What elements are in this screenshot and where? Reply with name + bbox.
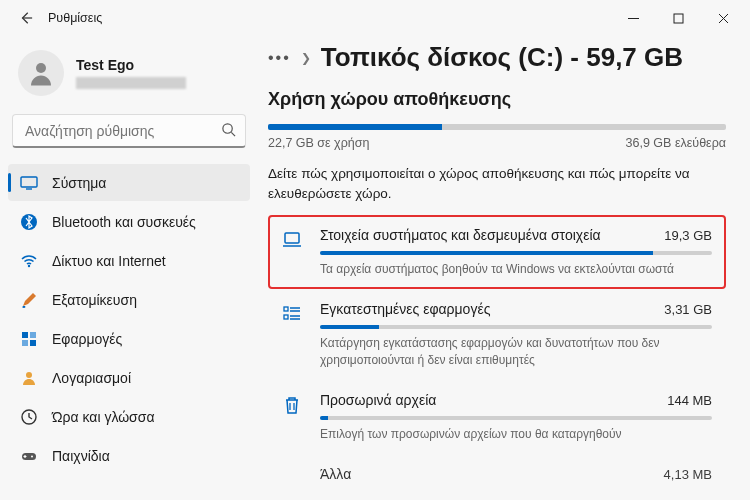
svg-rect-3 [21, 177, 37, 187]
category-fill [320, 416, 328, 420]
svg-rect-16 [284, 315, 288, 319]
person-icon [20, 369, 38, 387]
search-box [12, 114, 246, 148]
svg-rect-15 [284, 307, 288, 311]
sidebar-item-label: Εξατομίκευση [52, 292, 137, 308]
brush-icon [20, 291, 38, 309]
question-icon [278, 466, 306, 482]
section-title: Χρήση χώρου αποθήκευσης [268, 89, 726, 110]
category-title: Στοιχεία συστήματος και δεσμευμένα στοιχ… [320, 227, 601, 243]
gamepad-icon [20, 447, 38, 465]
category-size: 144 MB [667, 393, 712, 408]
content: Test Ego Σύστημα Bluetooth και συσκευές … [0, 36, 750, 500]
sidebar-item-time-language[interactable]: Ώρα και γλώσσα [8, 398, 250, 435]
category-size: 3,31 GB [664, 302, 712, 317]
category-system-reserved[interactable]: Στοιχεία συστήματος και δεσμευμένα στοιχ… [268, 215, 726, 289]
profile-name: Test Ego [76, 57, 186, 73]
sidebar-item-label: Bluetooth και συσκευές [52, 214, 196, 230]
category-fill [320, 251, 653, 255]
profile-email-redacted [76, 77, 186, 89]
laptop-icon [278, 227, 306, 277]
back-button[interactable] [14, 11, 38, 25]
sidebar-item-accounts[interactable]: Λογαριασμοί [8, 359, 250, 396]
sidebar-item-gaming[interactable]: Παιχνίδια [8, 437, 250, 474]
sidebar-nav: Σύστημα Bluetooth και συσκευές Δίκτυο κα… [8, 164, 250, 474]
category-temp-files[interactable]: Προσωρινά αρχεία 144 MB Επιλογή των προσ… [268, 380, 726, 454]
sidebar: Test Ego Σύστημα Bluetooth και συσκευές … [0, 36, 258, 500]
clock-icon [20, 408, 38, 426]
used-label: 22,7 GB σε χρήση [268, 136, 369, 150]
page-title: Τοπικός δίσκος (C:) - 59,7 GB [321, 42, 683, 73]
apps-icon [20, 330, 38, 348]
close-button[interactable] [701, 3, 746, 33]
category-subtitle: Επιλογή των προσωρινών αρχείων που θα κα… [320, 426, 712, 442]
trash-icon [278, 392, 306, 442]
storage-categories: Στοιχεία συστήματος και δεσμευμένα στοιχ… [268, 215, 726, 494]
avatar [18, 50, 64, 96]
category-title: Προσωρινά αρχεία [320, 392, 436, 408]
svg-rect-8 [22, 340, 28, 346]
category-subtitle: Τα αρχεία συστήματος βοηθούν τα Windows … [320, 261, 712, 277]
bluetooth-icon [20, 213, 38, 231]
profile-block[interactable]: Test Ego [8, 42, 250, 110]
category-title: Άλλα [320, 466, 351, 482]
category-installed-apps[interactable]: Εγκατεστημένες εφαρμογές 3,31 GB Κατάργη… [268, 289, 726, 379]
category-other[interactable]: Άλλα 4,13 MB [268, 454, 726, 494]
sidebar-item-personalization[interactable]: Εξατομίκευση [8, 281, 250, 318]
system-icon [20, 174, 38, 192]
window-title: Ρυθμίσεις [48, 11, 611, 25]
minimize-button[interactable] [611, 3, 656, 33]
svg-rect-7 [30, 332, 36, 338]
titlebar: Ρυθμίσεις [0, 0, 750, 36]
sidebar-item-bluetooth[interactable]: Bluetooth και συσκευές [8, 203, 250, 240]
svg-point-2 [223, 124, 232, 133]
storage-usage-fill [268, 124, 442, 130]
sidebar-item-label: Παιχνίδια [52, 448, 110, 464]
category-fill [320, 325, 379, 329]
wifi-icon [20, 252, 38, 270]
breadcrumb: ••• ❯ Τοπικός δίσκος (C:) - 59,7 GB [268, 42, 726, 73]
svg-point-1 [36, 63, 46, 73]
sidebar-item-label: Εφαρμογές [52, 331, 122, 347]
sidebar-item-label: Δίκτυο και Internet [52, 253, 166, 269]
storage-usage-bar [268, 124, 726, 130]
svg-rect-6 [22, 332, 28, 338]
category-size: 4,13 MB [664, 467, 712, 482]
maximize-button[interactable] [656, 3, 701, 33]
category-subtitle: Κατάργηση εγκατάστασης εφαρμογών και δυν… [320, 335, 712, 367]
list-icon [278, 301, 306, 367]
search-icon [221, 122, 236, 140]
svg-rect-14 [285, 233, 299, 243]
svg-point-13 [31, 455, 33, 457]
svg-point-5 [28, 264, 30, 266]
chevron-right-icon: ❯ [301, 51, 311, 65]
sidebar-item-label: Ώρα και γλώσσα [52, 409, 155, 425]
main-content: ••• ❯ Τοπικός δίσκος (C:) - 59,7 GB Χρήσ… [258, 36, 750, 500]
sidebar-item-network[interactable]: Δίκτυο και Internet [8, 242, 250, 279]
sidebar-item-apps[interactable]: Εφαρμογές [8, 320, 250, 357]
category-size: 19,3 GB [664, 228, 712, 243]
breadcrumb-more-icon[interactable]: ••• [268, 49, 291, 67]
storage-description: Δείτε πώς χρησιμοποιείται ο χώρος αποθήκ… [268, 164, 726, 203]
svg-rect-9 [30, 340, 36, 346]
search-input[interactable] [12, 114, 246, 148]
svg-rect-0 [674, 14, 683, 23]
svg-point-10 [26, 372, 32, 378]
sidebar-item-system[interactable]: Σύστημα [8, 164, 250, 201]
free-label: 36,9 GB ελεύθερα [626, 136, 726, 150]
sidebar-item-label: Λογαριασμοί [52, 370, 131, 386]
sidebar-item-label: Σύστημα [52, 175, 106, 191]
category-title: Εγκατεστημένες εφαρμογές [320, 301, 490, 317]
